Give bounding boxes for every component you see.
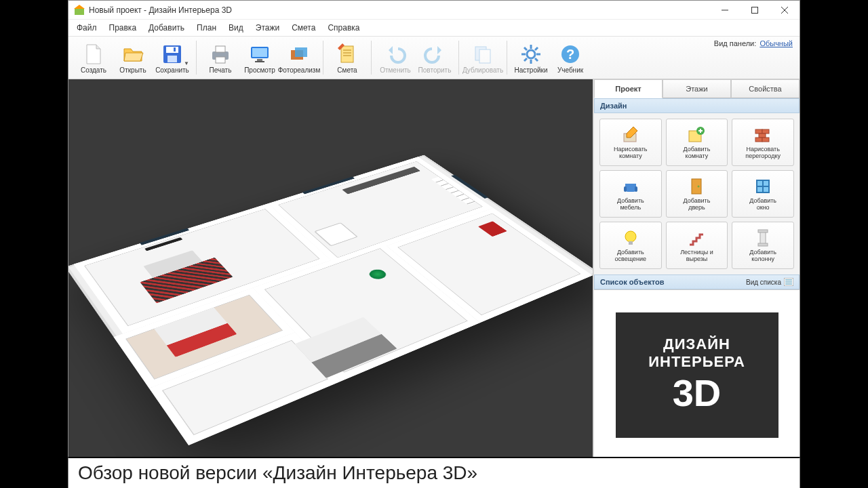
printer-icon <box>210 43 231 65</box>
svg-rect-16 <box>255 61 264 62</box>
tab-properties[interactable]: Свойства <box>731 79 800 98</box>
pencil-room-icon <box>621 125 640 144</box>
door-icon <box>687 177 706 196</box>
svg-line-33 <box>524 58 527 61</box>
panel-mode-value[interactable]: Обычный <box>760 39 793 47</box>
draw-partition-button[interactable]: Нарисовать перегородку <box>732 119 794 166</box>
add-light-button[interactable]: Добавить освещение <box>599 222 662 269</box>
promo-banner: ДИЗАЙН ИНТЕРЬЕРА 3D <box>616 312 778 438</box>
save-button[interactable]: Сохранить ▼ <box>153 38 192 77</box>
add-furniture-button[interactable]: Добавить мебель <box>599 170 662 218</box>
svg-marker-1 <box>74 5 85 9</box>
add-room-label: Добавить комнату <box>684 146 711 160</box>
create-label: Создать <box>81 66 106 74</box>
svg-point-47 <box>698 185 700 187</box>
photoreal-label: Фотореализм <box>278 66 321 74</box>
svg-rect-9 <box>174 47 176 52</box>
objects-section-title: Список объектов <box>600 278 664 286</box>
open-label: Открыть <box>119 66 146 74</box>
separator <box>458 41 459 75</box>
svg-point-51 <box>625 231 636 242</box>
viewport-3d[interactable] <box>68 79 593 460</box>
list-view-toggle[interactable]: Вид списка <box>746 278 793 286</box>
add-room-button[interactable]: Добавить комнату <box>666 119 728 166</box>
svg-point-25 <box>527 50 535 58</box>
maximize-button[interactable] <box>740 1 770 20</box>
redo-icon <box>424 43 446 65</box>
svg-rect-12 <box>216 57 225 63</box>
svg-rect-41 <box>759 134 766 138</box>
object-list[interactable]: ДИЗАЙН ИНТЕРЬЕРА 3D <box>594 289 800 460</box>
help-button[interactable]: ? Учебник <box>551 38 590 77</box>
menu-edit[interactable]: Правка <box>104 21 142 35</box>
svg-rect-15 <box>257 59 262 61</box>
draw-room-button[interactable]: Нарисовать комнату <box>599 119 662 166</box>
stairs-button[interactable]: Лестницы и вырезы <box>666 222 728 269</box>
duplicate-label: Дублировать <box>462 66 503 74</box>
stairs-icon <box>687 228 706 247</box>
add-window-button[interactable]: Добавить окно <box>732 170 794 218</box>
svg-rect-0 <box>75 8 84 15</box>
svg-rect-23 <box>475 47 486 60</box>
promo-line1: ДИЗАЙН <box>663 336 730 353</box>
redo-button: Повторить <box>415 38 454 77</box>
monitor-icon <box>249 43 271 65</box>
preview-button[interactable]: Просмотр <box>240 38 279 77</box>
app-window: Новый проект - Дизайн Интерьера 3D Файл … <box>68 0 800 461</box>
undo-icon <box>384 43 406 65</box>
menu-estimate[interactable]: Смета <box>286 21 321 35</box>
photorealism-button[interactable]: Фотореализм <box>279 38 319 77</box>
maximize-icon <box>751 7 758 14</box>
video-caption: Обзор новой версии «Дизайн Интерьера 3D» <box>68 457 800 488</box>
separator <box>507 41 507 75</box>
svg-rect-24 <box>479 49 490 63</box>
menubar: Файл Правка Добавить План Вид Этажи Смет… <box>68 20 800 36</box>
create-button[interactable]: Создать <box>74 38 113 77</box>
panel-mode-label: Вид панели: <box>714 39 756 47</box>
stairs-label: Лестницы и вырезы <box>680 249 713 263</box>
menu-help[interactable]: Справка <box>322 21 365 35</box>
svg-rect-7 <box>166 47 178 53</box>
menu-floors[interactable]: Этажи <box>250 21 285 35</box>
svg-rect-18 <box>295 47 307 57</box>
draw-room-label: Нарисовать комнату <box>614 146 647 160</box>
toolbar: Создать Открыть Сохранить ▼ Печать Просм… <box>68 36 800 79</box>
svg-rect-11 <box>216 46 225 52</box>
add-door-label: Добавить дверь <box>684 197 711 211</box>
add-column-label: Добавить колонну <box>749 249 776 263</box>
svg-line-31 <box>535 58 538 61</box>
menu-file[interactable]: Файл <box>71 21 102 35</box>
close-button[interactable] <box>770 1 800 20</box>
separator <box>371 41 372 75</box>
menu-view[interactable]: Вид <box>223 21 249 35</box>
app-icon <box>74 5 85 16</box>
print-button[interactable]: Печать <box>201 38 240 77</box>
save-label: Сохранить <box>155 66 189 74</box>
svg-rect-44 <box>624 186 627 192</box>
estimate-label: Смета <box>337 66 357 74</box>
open-button[interactable]: Открыть <box>113 38 153 77</box>
svg-line-30 <box>524 47 527 50</box>
add-window-label: Добавить окно <box>749 197 776 211</box>
brick-wall-icon <box>753 125 772 144</box>
estimate-button[interactable]: Смета <box>328 38 367 77</box>
add-column-button[interactable]: Добавить колонну <box>732 222 794 269</box>
column-icon <box>753 228 772 247</box>
add-room-icon <box>687 125 706 144</box>
undo-button: Отменить <box>376 38 415 77</box>
svg-rect-52 <box>629 241 633 245</box>
minimize-button[interactable] <box>710 1 740 20</box>
menu-plan[interactable]: План <box>191 21 222 35</box>
svg-rect-40 <box>762 129 769 134</box>
add-door-button[interactable]: Добавить дверь <box>666 170 728 218</box>
design-section-header: Дизайн <box>594 98 800 113</box>
menu-add[interactable]: Добавить <box>143 21 190 35</box>
help-label: Учебник <box>557 66 583 74</box>
separator <box>323 41 323 75</box>
tab-floors[interactable]: Этажи <box>663 79 731 98</box>
settings-button[interactable]: Настройки <box>511 38 551 77</box>
svg-rect-54 <box>758 230 768 232</box>
tab-project[interactable]: Проект <box>594 79 663 98</box>
folder-open-icon <box>122 43 144 65</box>
notepad-icon <box>336 43 358 65</box>
